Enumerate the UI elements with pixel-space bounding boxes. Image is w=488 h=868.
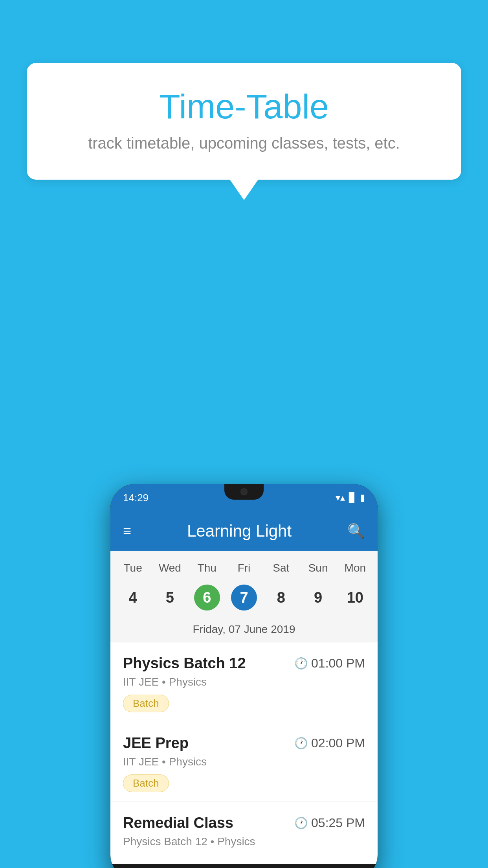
wifi-icon: ▾▴ bbox=[336, 492, 345, 503]
schedule-item-1-time: 🕐 01:00 PM bbox=[294, 656, 365, 671]
schedule-item-1[interactable]: Physics Batch 12 🕐 01:00 PM IIT JEE • Ph… bbox=[110, 642, 378, 722]
phone-notch bbox=[224, 484, 264, 500]
date-9[interactable]: 9 bbox=[299, 581, 336, 614]
status-bar: 14:29 ▾▴ ▊ ▮ bbox=[110, 484, 378, 511]
status-time: 14:29 bbox=[123, 492, 149, 504]
day-tue[interactable]: Tue bbox=[114, 559, 151, 577]
schedule-item-2-title: JEE Prep bbox=[123, 735, 189, 752]
schedule-item-1-title: Physics Batch 12 bbox=[123, 655, 246, 672]
selected-date-label: Friday, 07 June 2019 bbox=[114, 621, 374, 642]
calendar-strip: Tue Wed Thu Fri Sat Sun Mon 4 5 6 7 8 9 … bbox=[110, 551, 378, 642]
date-10[interactable]: 10 bbox=[337, 581, 374, 614]
batch-badge-1: Batch bbox=[123, 695, 169, 712]
day-mon[interactable]: Mon bbox=[337, 559, 374, 577]
batch-badge-2: Batch bbox=[123, 774, 169, 792]
day-sat[interactable]: Sat bbox=[262, 559, 299, 577]
schedule-item-1-subtitle: IIT JEE • Physics bbox=[123, 676, 365, 688]
phone-container: 14:29 ▾▴ ▊ ▮ ≡ Learning Light 🔍 Tue bbox=[110, 484, 378, 868]
schedule-item-3-time: 🕐 05:25 PM bbox=[294, 816, 365, 830]
speech-bubble-tail bbox=[230, 180, 258, 200]
app-bar: ≡ Learning Light 🔍 bbox=[110, 511, 378, 551]
phone-bottom-bar bbox=[110, 864, 378, 868]
schedule-item-3-header: Remedial Class 🕐 05:25 PM bbox=[123, 815, 365, 831]
day-thu[interactable]: Thu bbox=[189, 559, 226, 577]
menu-icon[interactable]: ≡ bbox=[123, 524, 131, 538]
speech-bubble: Time-Table track timetable, upcoming cla… bbox=[27, 63, 461, 180]
schedule-item-2-header: JEE Prep 🕐 02:00 PM bbox=[123, 735, 365, 752]
date-6-today[interactable]: 6 bbox=[189, 581, 226, 614]
time-value-1: 01:00 PM bbox=[311, 656, 365, 671]
schedule-item-1-header: Physics Batch 12 🕐 01:00 PM bbox=[123, 655, 365, 672]
time-value-3: 05:25 PM bbox=[311, 816, 365, 830]
schedule-item-2[interactable]: JEE Prep 🕐 02:00 PM IIT JEE • Physics Ba… bbox=[110, 722, 378, 802]
phone-screen: 14:29 ▾▴ ▊ ▮ ≡ Learning Light 🔍 Tue bbox=[110, 484, 378, 864]
calendar-days-row: Tue Wed Thu Fri Sat Sun Mon bbox=[114, 559, 374, 581]
app-subtitle: track timetable, upcoming classes, tests… bbox=[58, 134, 430, 152]
calendar-dates-row: 4 5 6 7 8 9 10 bbox=[114, 581, 374, 621]
status-icons: ▾▴ ▊ ▮ bbox=[336, 492, 365, 503]
day-sun[interactable]: Sun bbox=[299, 559, 336, 577]
search-icon[interactable]: 🔍 bbox=[347, 523, 365, 539]
clock-icon-1: 🕐 bbox=[294, 657, 308, 670]
schedule-item-2-time: 🕐 02:00 PM bbox=[294, 736, 365, 750]
app-title: Time-Table bbox=[58, 86, 430, 127]
clock-icon-3: 🕐 bbox=[294, 817, 308, 829]
schedule-item-3-title: Remedial Class bbox=[123, 815, 233, 831]
schedule-item-3[interactable]: Remedial Class 🕐 05:25 PM Physics Batch … bbox=[110, 802, 378, 864]
front-camera bbox=[240, 488, 248, 495]
schedule-item-2-subtitle: IIT JEE • Physics bbox=[123, 756, 365, 768]
signal-icon: ▊ bbox=[349, 492, 356, 503]
time-value-2: 02:00 PM bbox=[311, 736, 365, 750]
day-fri[interactable]: Fri bbox=[226, 559, 262, 577]
date-8[interactable]: 8 bbox=[262, 581, 299, 614]
date-5[interactable]: 5 bbox=[151, 581, 188, 614]
battery-icon: ▮ bbox=[360, 492, 365, 503]
speech-bubble-container: Time-Table track timetable, upcoming cla… bbox=[27, 63, 461, 200]
phone-frame: 14:29 ▾▴ ▊ ▮ ≡ Learning Light 🔍 Tue bbox=[110, 484, 378, 868]
date-4[interactable]: 4 bbox=[114, 581, 151, 614]
schedule-list: Physics Batch 12 🕐 01:00 PM IIT JEE • Ph… bbox=[110, 642, 378, 864]
day-wed[interactable]: Wed bbox=[151, 559, 188, 577]
date-7-selected[interactable]: 7 bbox=[226, 581, 262, 614]
schedule-item-3-subtitle: Physics Batch 12 • Physics bbox=[123, 835, 365, 848]
clock-icon-2: 🕐 bbox=[294, 737, 308, 750]
app-bar-title: Learning Light bbox=[187, 522, 292, 541]
